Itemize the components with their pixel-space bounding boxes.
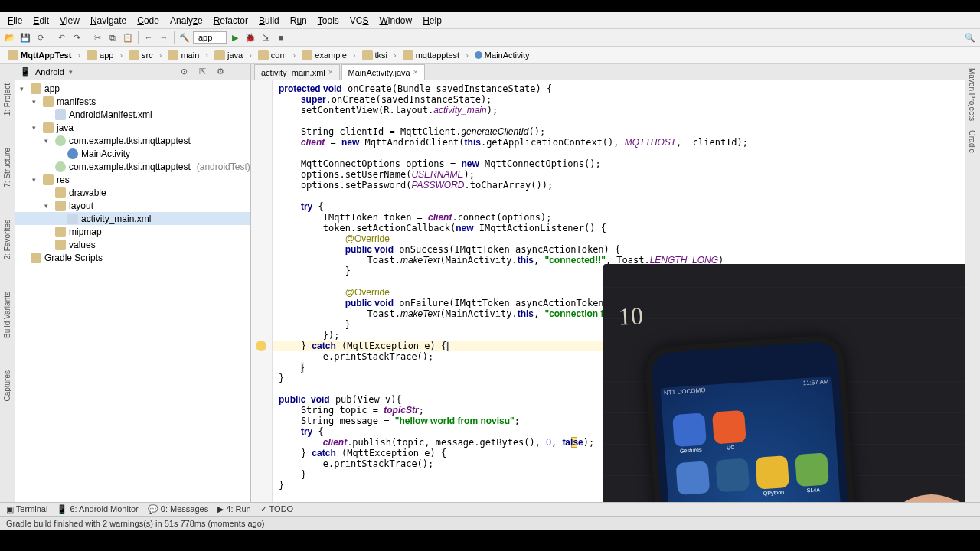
breadcrumb: MqttAppTest› app› src› main› java› com› … [0, 47, 980, 64]
tree-row[interactable]: MainActivity [15, 147, 250, 160]
crumb-pkg[interactable]: mqttapptest [400, 50, 462, 60]
project-tree[interactable]: ▾app▾manifestsAndroidManifest.xml▾java▾c… [15, 80, 250, 502]
crumb-example[interactable]: example [299, 50, 350, 60]
tool-terminal[interactable]: ▣ Terminal [6, 504, 47, 514]
tool-favorites[interactable]: 2: Favorites [3, 215, 11, 264]
tree-row[interactable]: values [15, 238, 250, 251]
menubar: File Edit View Navigate Code Analyze Ref… [0, 12, 980, 28]
back-icon[interactable]: ← [142, 31, 155, 44]
handwritten-note: 10 [618, 302, 644, 331]
android-view-icon: 📱 [20, 67, 31, 77]
status-message: Gradle build finished with 2 warnings(s)… [6, 519, 265, 528]
tab-mainactivity-java[interactable]: MainActivity.java× [341, 64, 425, 80]
menu-run[interactable]: Run [286, 14, 312, 28]
menu-navigate[interactable]: Navigate [86, 14, 131, 28]
menu-refactor[interactable]: Refactor [209, 14, 253, 28]
tree-row[interactable]: activity_main.xml [15, 212, 250, 225]
make-icon[interactable]: 🔨 [178, 31, 191, 44]
tree-row[interactable]: AndroidManifest.xml [15, 108, 250, 121]
code-editor[interactable]: protected void onCreate(Bundle savedInst… [251, 80, 965, 502]
left-tool-gutter: 1: Project 7: Structure 2: Favorites Bui… [0, 64, 15, 502]
menu-file[interactable]: File [3, 14, 27, 28]
tool-structure[interactable]: 7: Structure [3, 143, 11, 192]
tab-activity-main-xml[interactable]: activity_main.xml× [254, 64, 340, 80]
crumb-app[interactable]: app [83, 50, 116, 60]
tool-android-monitor[interactable]: 📱 6: Android Monitor [57, 504, 138, 514]
tree-row[interactable]: mipmap [15, 225, 250, 238]
status-bar: Gradle build finished with 2 warnings(s)… [0, 516, 980, 530]
menu-tools[interactable]: Tools [313, 14, 344, 28]
close-icon[interactable]: × [413, 68, 418, 77]
tool-project[interactable]: 1: Project [3, 79, 11, 120]
crumb-tksi[interactable]: tksi [359, 50, 391, 60]
attach-icon[interactable]: ⇲ [259, 31, 273, 44]
debug-icon[interactable]: 🐞 [243, 31, 257, 44]
ide-window: File Edit View Navigate Code Analyze Ref… [0, 12, 980, 530]
cut-icon[interactable]: ✂ [90, 31, 104, 44]
scroll-from-source-icon[interactable]: ⊙ [177, 65, 191, 79]
main-toolbar: 📂 💾 ⟳ ↶ ↷ ✂ ⧉ 📋 ← → 🔨 app ▶ 🐞 ⇲ ■ 🔍 [0, 28, 980, 47]
crumb-class[interactable]: MainActivity [472, 51, 533, 60]
menu-code[interactable]: Code [132, 14, 164, 28]
menu-help[interactable]: Help [418, 14, 446, 28]
crumb-src[interactable]: src [126, 50, 156, 60]
tool-build-variants[interactable]: Build Variants [3, 287, 11, 343]
open-icon[interactable]: 📂 [3, 31, 17, 44]
bottom-tool-tabs: ▣ Terminal 📱 6: Android Monitor 💬 0: Mes… [0, 502, 980, 516]
tree-row[interactable]: ▾manifests [15, 95, 250, 108]
undo-icon[interactable]: ↶ [54, 31, 68, 44]
menu-window[interactable]: Window [374, 14, 416, 28]
tree-row[interactable]: ▾app [15, 82, 250, 95]
physical-phone: NTT DOCOMO 11:57 AM Gestures UC QPython [644, 334, 869, 502]
tree-row[interactable]: ▾java [15, 121, 250, 134]
tool-maven[interactable]: Maven Projects [965, 64, 978, 126]
menu-analyze[interactable]: Analyze [165, 14, 207, 28]
tree-row[interactable]: ▾layout [15, 199, 250, 212]
crumb-com[interactable]: com [255, 50, 290, 60]
collapse-all-icon[interactable]: ⇱ [195, 65, 209, 79]
tree-row[interactable]: ▾com.example.tksi.mqttapptest [15, 134, 250, 147]
tool-captures[interactable]: Captures [3, 366, 11, 406]
run-icon[interactable]: ▶ [228, 31, 242, 44]
menu-edit[interactable]: Edit [28, 14, 54, 28]
redo-icon[interactable]: ↷ [70, 31, 83, 44]
tree-row[interactable]: Gradle Scripts [15, 251, 250, 264]
tool-gradle[interactable]: Gradle [965, 126, 978, 158]
main-area: 1: Project 7: Structure 2: Favorites Bui… [0, 64, 980, 502]
tree-row[interactable]: ▾res [15, 173, 250, 186]
tool-messages[interactable]: 💬 0: Messages [148, 504, 208, 514]
menu-vcs[interactable]: VCS [345, 14, 374, 28]
tree-row[interactable]: drawable [15, 186, 250, 199]
hide-icon[interactable]: — [232, 65, 246, 79]
project-panel: 📱 Android ▾ ⊙ ⇱ ⚙ — ▾app▾manifestsAndroi… [15, 64, 251, 502]
save-icon[interactable]: 💾 [18, 31, 32, 44]
phone-time: 11:57 AM [802, 378, 829, 390]
phone-carrier: NTT DOCOMO [664, 386, 706, 400]
stop-icon[interactable]: ■ [274, 31, 288, 44]
editor-area: activity_main.xml× MainActivity.java× pr… [251, 64, 965, 502]
search-icon[interactable]: 🔍 [963, 31, 977, 44]
crumb-project[interactable]: MqttAppTest [5, 50, 74, 60]
gear-icon[interactable]: ⚙ [214, 65, 227, 79]
crumb-java[interactable]: java [211, 50, 246, 60]
sync-icon[interactable]: ⟳ [34, 31, 47, 44]
phone-home-grid: Gestures UC QPython SL4A [671, 404, 837, 502]
menu-view[interactable]: View [55, 14, 84, 28]
close-icon[interactable]: × [328, 68, 333, 77]
webcam-overlay: 10 NTT DOCOMO 11:57 AM Gestures UC [603, 264, 965, 502]
run-config-selector[interactable]: app [193, 31, 227, 44]
tree-row[interactable]: com.example.tksi.mqttapptest(androidTest… [15, 160, 250, 173]
editor-tabs: activity_main.xml× MainActivity.java× [251, 64, 965, 80]
project-view-selector[interactable]: Android [35, 67, 64, 77]
paste-icon[interactable]: 📋 [121, 31, 135, 44]
intention-bulb-icon[interactable] [256, 341, 266, 351]
forward-icon[interactable]: → [157, 31, 171, 44]
tool-todo[interactable]: ✓ TODO [260, 504, 293, 514]
copy-icon[interactable]: ⧉ [106, 31, 119, 44]
tool-run[interactable]: ▶ 4: Run [217, 504, 250, 514]
crumb-main[interactable]: main [165, 50, 202, 60]
right-tool-gutter: Maven Projects Gradle [965, 64, 980, 502]
menu-build[interactable]: Build [254, 14, 284, 28]
